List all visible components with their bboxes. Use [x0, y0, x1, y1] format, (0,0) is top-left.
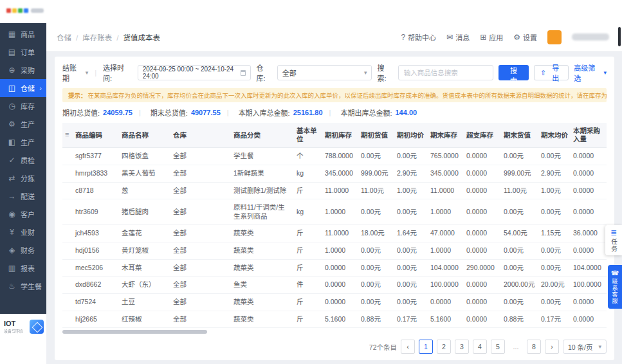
sidebar-item[interactable]: ◷ 库存 [0, 97, 46, 115]
notice-bar: 提示：在某商品库存为负的情况下，库存均价会在此商品下一次入库时更新为的此次入库的… [62, 88, 607, 102]
cell-ending-qty: 345.0000 [428, 165, 464, 182]
cell-ending-qty: 1.0000 [428, 199, 464, 225]
page-button[interactable]: 4 [473, 340, 487, 354]
header-action-icon: ⚙ [513, 33, 520, 42]
cell-product-name: 黑美人葡萄 [119, 165, 170, 182]
search-input[interactable] [398, 65, 493, 80]
cell-ending-value: 0.88元 [501, 311, 538, 328]
cell-over-qty: 0.0000 [464, 311, 501, 328]
cell-ending-avg: 2.90元 [538, 165, 571, 182]
date-range-value: 2024-09-25 00:00 ~ 2024-10-24 24:00 [143, 66, 237, 80]
cell-opening-qty: 345.0000 [322, 165, 358, 182]
brand-footer-text: IOT 设备与环境 [4, 320, 26, 334]
page-button[interactable]: 1 [419, 340, 433, 354]
cell-product-code: c8718 [73, 182, 119, 199]
page-button[interactable]: 5 [491, 340, 505, 354]
sidebar-item[interactable]: ◈ 财务 [0, 241, 46, 259]
sidebar-item[interactable]: ▦ 商品 [0, 25, 46, 43]
sidebar-item-icon: ◈ [8, 246, 16, 255]
cell-ending-value: 0.00元 [501, 242, 538, 260]
brand-subtitle: 设备与环境 [4, 328, 23, 334]
table-body: sgfr5377 四格饭盒 全部 学生餐 个 788.0000 0.00元 0.… [62, 148, 607, 328]
notice-prefix: 提示： [68, 92, 87, 99]
sidebar-item[interactable]: ◫ 仓储 [0, 79, 46, 97]
header-action[interactable]: ⚙ 设置 [513, 32, 537, 42]
column-header: 仓库 [170, 123, 231, 148]
table-row[interactable]: sgfr5377 四格饭盒 全部 学生餐 个 788.0000 0.00元 0.… [62, 148, 607, 165]
horizontal-scrollbar [62, 330, 607, 334]
page-button[interactable]: 2 [437, 340, 451, 354]
sidebar-item[interactable]: ▤ 订单 [0, 43, 46, 61]
table-row[interactable]: hlj2665 红辣椒 全部 蔬菜类 斤 5.1600 0.88元 0.17元 … [62, 311, 607, 328]
logo-square-green [18, 8, 23, 13]
sidebar-item-label: 客户 [21, 209, 35, 219]
advanced-filter-link[interactable]: 高级筛选 ▾ [574, 62, 607, 83]
sidebar-item[interactable]: ◧ 生产 [0, 133, 46, 151]
header-action-icon: ⊞ [480, 33, 486, 42]
table-row[interactable]: td7524 土豆 全部 蔬菜类 斤 0.0000 0.00元 0.00元 0.… [62, 294, 607, 311]
export-button[interactable]: ⇧导出 [534, 65, 569, 80]
page-button[interactable]: 3 [455, 340, 469, 354]
warehouse-select[interactable]: 全部 ▾ [277, 65, 372, 80]
next-page-button[interactable]: › [545, 340, 559, 354]
breadcrumb-item[interactable]: 库存账表 [71, 32, 112, 42]
table-row[interactable]: htr3609 猪后腿肉 全部 原料11/干调类/生生系列商品 kg 1.000… [62, 199, 607, 225]
sidebar-item-label: 配送 [21, 191, 35, 201]
contact-support-button[interactable]: ☎ 联系客服 [608, 265, 622, 309]
header-action[interactable]: ✉ 消息 [446, 32, 470, 42]
page-button[interactable]: ... [509, 340, 523, 354]
page-button[interactable]: 8 [527, 340, 541, 354]
sidebar-item[interactable]: ⇄ 分拣 [0, 169, 46, 187]
sidebar-item[interactable]: ◉ 客户 [0, 205, 46, 223]
table-row[interactable]: mec5206 木耳菜 全部 蔬菜类 斤 0.0000 0.00元 0.00元 … [62, 259, 607, 277]
cell-product-name: 猪后腿肉 [119, 199, 170, 225]
row-icon-cell [62, 148, 73, 165]
cell-opening-value: 0.00元 [358, 199, 394, 225]
cell-opening-avg: 0.00元 [394, 294, 428, 311]
column-header: 期末库存 [428, 123, 464, 148]
row-icon-cell [62, 242, 73, 260]
table-row[interactable]: jch4593 金莲花 全部 蔬菜类 斤 11.0000 18.00元 1.64… [62, 225, 607, 242]
user-avatar[interactable] [547, 30, 562, 44]
sidebar-item[interactable]: ¥ 业财 [0, 223, 46, 241]
sidebar-item-icon: ▤ [8, 48, 16, 57]
prev-page-button[interactable]: ‹ [401, 340, 415, 354]
cell-purchase-in: 0.0000 [571, 242, 607, 260]
sidebar-item[interactable]: ✓ 质检 [0, 151, 46, 169]
header-action[interactable]: ⊞ 应用 [480, 32, 503, 42]
cell-product-name: 土豆 [119, 294, 170, 311]
sidebar-item[interactable]: ♨ 学生餐 [0, 277, 46, 295]
table-row[interactable]: hdj0156 黄灯笼椒 全部 蔬菜类 斤 1.0000 0.00元 0.00元… [62, 242, 607, 260]
cell-unit: 斤 [294, 182, 322, 199]
cell-opening-avg: 0.00元 [394, 242, 428, 260]
task-float-tab[interactable]: ≣ 任务 [605, 225, 622, 255]
cell-warehouse: 全部 [170, 148, 231, 165]
brand-cube-icon [30, 320, 44, 334]
table-row[interactable]: c8718 葱 全部 测试删除1/测试除 斤 11.0000 11.00元 1.… [62, 182, 607, 199]
breadcrumb-item[interactable]: 货值成本表 [112, 32, 160, 42]
cell-ending-qty: 1.0000 [428, 242, 464, 260]
breadcrumb-item[interactable]: 仓储 [57, 32, 71, 42]
cell-purchase-in: 0.0000 [571, 294, 607, 311]
scrollbar-thumb[interactable] [62, 330, 207, 334]
sidebar-item[interactable]: → 配送 [0, 187, 46, 205]
cell-category: 蔬菜类 [231, 225, 294, 242]
sidebar-item[interactable]: ▥ 报表 [0, 259, 46, 277]
cell-category: 原料11/干调类/生生系列商品 [231, 199, 294, 225]
table-row[interactable]: hmrpt3833 黑美人葡萄 全部 1新鲜蔬果 kg 345.0000 999… [62, 165, 607, 182]
table-row[interactable]: dxd8662 大虾（东） 全部 鱼类 件 0.0000 0.00元 0.00元… [62, 277, 607, 294]
cell-warehouse: 全部 [170, 165, 231, 182]
sidebar-item[interactable]: ⚙ 生产 [0, 115, 46, 133]
cell-opening-value: 18.00元 [358, 225, 394, 242]
sidebar-item-icon: ▦ [8, 30, 16, 39]
cell-warehouse: 全部 [170, 311, 231, 328]
cell-product-name: 红辣椒 [119, 311, 170, 328]
sidebar-item[interactable]: ⊕ 采购 [0, 61, 46, 79]
header-action[interactable]: ? 帮助中心 [401, 32, 436, 42]
page-size-select[interactable]: 10 条/页 ▾ [563, 340, 607, 354]
date-range-input[interactable]: 2024-09-25 00:00 ~ 2024-10-24 24:00 [138, 65, 252, 80]
period-select[interactable]: 结账期 ▾ [62, 62, 88, 83]
search-button[interactable]: 搜索 [499, 65, 529, 80]
column-settings-icon[interactable]: ≡ [65, 131, 69, 138]
edge-scrollbar[interactable] [618, 27, 621, 46]
